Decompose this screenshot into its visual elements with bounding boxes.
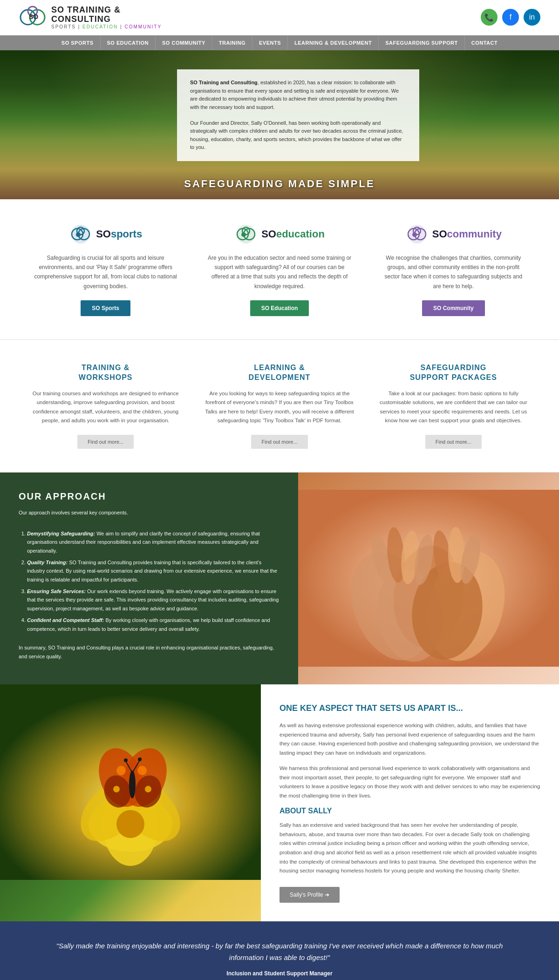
approach-summary: In summary, SO Training and Consulting p… [19, 643, 280, 661]
header-icons: 📞 f in [481, 9, 540, 26]
svg-point-46 [129, 770, 136, 798]
nav-learning[interactable]: LEARNING & DEVELOPMENT [288, 35, 379, 50]
site-header: SO SO TRAINING & CONSULTING SPORTS | EDU… [0, 0, 559, 35]
svg-point-42 [116, 766, 126, 775]
community-card-title: SOcommunity [432, 228, 502, 240]
apart-p2: We harness this professional and persona… [280, 764, 540, 800]
education-card-title: SOeducation [261, 228, 325, 240]
safeguarding-findout-button[interactable]: Find out more... [425, 435, 482, 449]
education-card-button[interactable]: SO Education [250, 300, 309, 316]
apart-p1: As well as having extensive professional… [280, 721, 540, 757]
svg-point-13 [241, 232, 246, 237]
svg-text:SO: SO [29, 13, 38, 20]
education-card: SOeducation Are you in the education sec… [202, 223, 357, 317]
sports-card: SOsports Safeguarding is crucial for all… [28, 223, 183, 317]
hands-svg [298, 490, 559, 667]
safeguarding-title: SAFEGUARDING SUPPORT PACKAGES [376, 363, 531, 383]
testimonial-attribution: Inclusion and Student Support Manager [226, 970, 332, 977]
hero-tagline: SAFEGUARDING MADE SIMPLE [0, 178, 559, 190]
sports-icon [69, 223, 92, 246]
butterfly-image [0, 684, 261, 921]
training-title: TRAINING & WORKSHOPS [28, 363, 183, 383]
cards-section: SOsports Safeguarding is crucial for all… [0, 199, 559, 340]
hero-section: SO Training and Consulting, established … [0, 50, 559, 199]
nav-safeguarding[interactable]: SAFEGUARDING SUPPORT [379, 35, 464, 50]
nav-so-sports[interactable]: SO SPORTS [55, 35, 101, 50]
svg-point-37 [116, 810, 144, 838]
safeguarding-service: SAFEGUARDING SUPPORT PACKAGES Take a loo… [376, 363, 531, 449]
training-desc: Our training courses and workshops are d… [28, 389, 183, 426]
svg-point-45 [145, 786, 151, 792]
nav-so-community[interactable]: SO COMMUNITY [156, 35, 212, 50]
services-section: TRAINING & WORKSHOPS Our training course… [0, 340, 559, 473]
main-nav: SO SPORTS SO EDUCATION SO COMMUNITY TRAI… [0, 35, 559, 50]
phone-button[interactable]: 📞 [481, 9, 498, 26]
learning-service: LEARNING & DEVELOPMENT Are you looking f… [202, 363, 357, 449]
apart-text: ONE KEY ASPECT THAT SETS US APART IS... … [261, 684, 559, 921]
education-card-icon-area: SOeducation [234, 223, 325, 246]
sports-card-desc: Safeguarding is crucial for all sports a… [28, 253, 183, 291]
approach-list: Demystifying Safeguarding: We aim to sim… [19, 529, 280, 634]
sally-profile-button[interactable]: Sally's Profile ➜ [280, 887, 340, 903]
education-card-desc: Are you in the education sector and need… [202, 253, 357, 291]
training-findout-button[interactable]: Find out more... [77, 435, 134, 449]
butterfly-svg [0, 684, 261, 880]
safeguarding-desc: Take a look at our packages: from basic … [376, 389, 531, 426]
approach-image [298, 473, 559, 684]
hero-intro: SO Training and Consulting, established … [190, 79, 406, 111]
svg-point-43 [137, 766, 147, 775]
training-service: TRAINING & WORKSHOPS Our training course… [28, 363, 183, 449]
sports-card-title: SOsports [96, 228, 142, 240]
nav-training[interactable]: TRAINING [212, 35, 252, 50]
nav-contact[interactable]: CONTACT [465, 35, 504, 50]
community-card-icon-area: SOcommunity [405, 223, 502, 246]
logo-area: SO SO TRAINING & CONSULTING SPORTS | EDU… [19, 6, 162, 29]
svg-point-49 [124, 758, 128, 762]
apart-title: ONE KEY ASPECT THAT SETS US APART IS... [280, 703, 540, 714]
community-card-desc: We recognise the challenges that chariti… [376, 253, 531, 291]
nav-events[interactable]: EVENTS [252, 35, 288, 50]
sports-card-button[interactable]: SO Sports [81, 300, 130, 316]
approach-section: OUR APPROACH Our approach involves sever… [0, 473, 559, 684]
nav-so-education[interactable]: SO EDUCATION [101, 35, 156, 50]
svg-point-50 [138, 757, 142, 761]
community-card: SOcommunity We recognise the challenges … [376, 223, 531, 317]
approach-point-3: Ensuring Safe Services: Our work extends… [27, 587, 280, 613]
approach-point-2: Quality Training: SO Training and Consul… [27, 558, 280, 584]
approach-text: OUR APPROACH Our approach involves sever… [0, 473, 298, 684]
about-sally-text: Sally has an extensive and varied backgr… [280, 821, 540, 875]
logo-title: SO TRAINING & CONSULTING [51, 6, 162, 24]
svg-point-18 [412, 232, 417, 237]
approach-point-4: Confident and Competent Staff: By workin… [27, 616, 280, 633]
community-card-button[interactable]: SO Community [422, 300, 485, 316]
approach-title: OUR APPROACH [19, 491, 280, 502]
hero-founder: Our Founder and Director, Sally O'Donnel… [190, 119, 406, 152]
community-icon [405, 223, 429, 246]
svg-point-44 [113, 786, 120, 792]
about-sally-title: ABOUT SALLY [280, 807, 540, 815]
logo-subtitle: SPORTS | EDUCATION | COMMUNITY [51, 24, 162, 29]
testimonial-section: "Sally made the training enjoyable and i… [0, 921, 559, 980]
so-logo-icon: SO [19, 6, 47, 29]
education-icon [234, 223, 258, 246]
facebook-button[interactable]: f [502, 9, 519, 26]
logo-text: SO TRAINING & CONSULTING SPORTS | EDUCAT… [51, 6, 162, 29]
learning-title: LEARNING & DEVELOPMENT [202, 363, 357, 383]
approach-point-1: Demystifying Safeguarding: We aim to sim… [27, 529, 280, 555]
learning-desc: Are you looking for ways to keep safegua… [202, 389, 357, 426]
linkedin-button[interactable]: in [524, 9, 540, 26]
testimonial-quote: "Sally made the training enjoyable and i… [47, 940, 512, 964]
split-section: ONE KEY ASPECT THAT SETS US APART IS... … [0, 684, 559, 921]
approach-intro: Our approach involves several key compon… [19, 508, 280, 517]
hero-content-box: SO Training and Consulting, established … [177, 69, 419, 161]
svg-point-8 [76, 232, 81, 237]
learning-findout-button[interactable]: Find out more... [251, 435, 307, 449]
sports-card-icon-area: SOsports [69, 223, 142, 246]
